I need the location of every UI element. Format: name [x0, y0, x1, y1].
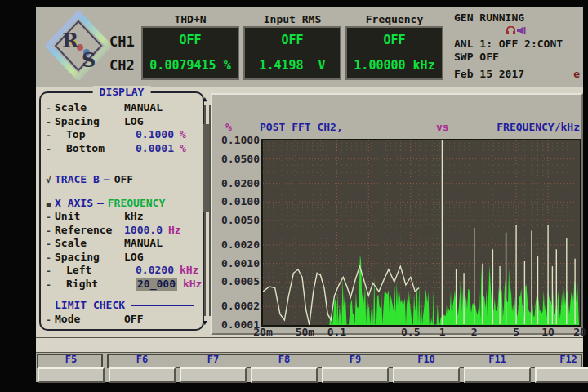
- menu-item-label: Unit: [55, 210, 124, 223]
- menu-item-value[interactable]: LOG: [124, 251, 143, 264]
- check-icon: √: [42, 174, 55, 187]
- softkey-button-3[interactable]: [180, 368, 247, 383]
- header-bar: R S CH1 CH2 THD+N OFF 0.0079415 % Input …: [36, 7, 583, 88]
- menu-item-value[interactable]: MANUAL: [124, 237, 163, 250]
- scrollbar-thumb[interactable]: [203, 124, 209, 212]
- meter-frequency-ch1: OFF: [347, 28, 442, 53]
- menu-item-value[interactable]: 0.0200: [136, 264, 174, 277]
- meter-label-thdn: THD+N: [141, 13, 239, 25]
- x-tick-label: 20m: [245, 327, 281, 338]
- softkey-button-1[interactable]: [38, 368, 105, 383]
- dash-bullet-icon: -: [42, 238, 55, 251]
- dash-bullet-icon: -: [42, 252, 55, 265]
- x-tick-label: 0.5: [393, 327, 429, 338]
- menu-item-limit-check[interactable]: LIMIT CHECK: [42, 299, 199, 313]
- menu-item-trace-b[interactable]: √TRACE B—OFF: [42, 173, 199, 187]
- menu-item-label: Mode: [55, 313, 124, 326]
- menu-item-spacing[interactable]: -SpacingLOG: [42, 115, 199, 129]
- menu-item-value[interactable]: kHz: [124, 210, 143, 223]
- menu-item-value[interactable]: OFF: [124, 313, 143, 326]
- y-tick-label: 0.0002: [211, 301, 260, 312]
- meter-display-thdn: OFF 0.0079415 %: [141, 26, 239, 80]
- instrument-screen: R S CH1 CH2 THD+N OFF 0.0079415 % Input …: [0, 0, 588, 392]
- headphones-icon: [506, 26, 516, 35]
- menu-item-label: Bottom: [55, 142, 136, 155]
- meter-thdn-ch1: OFF: [143, 28, 238, 53]
- menu-item-value[interactable]: 1000.0: [124, 224, 163, 237]
- softkey-button-8[interactable]: [535, 368, 588, 383]
- menu-item-label: TRACE B: [55, 173, 100, 186]
- fkey-label-f10: F10: [408, 354, 444, 365]
- menu-item-label: Left: [55, 264, 136, 277]
- menu-item-unit: kHz: [183, 278, 202, 291]
- scroll-up-icon[interactable]: ▲: [203, 95, 207, 103]
- menu-item-unit[interactable]: -UnitkHz: [42, 210, 199, 224]
- menu-dash: —: [100, 173, 114, 186]
- anl-status: ANL 1: OFF 2:CONT: [454, 38, 581, 51]
- meter-label-inputrms: Input RMS: [243, 13, 341, 25]
- x-tick-label: 2: [457, 327, 492, 338]
- menu-item-label: Reference: [55, 224, 124, 237]
- softkey-button-7[interactable]: [464, 368, 531, 383]
- chart-title: POST FFT CH2,: [260, 121, 343, 133]
- menu-item-value[interactable]: OFF: [114, 173, 133, 186]
- menu-item-reference[interactable]: -Reference1000.0Hz: [42, 224, 199, 238]
- y-tick-label: 0.0010: [211, 258, 260, 270]
- svg-text:S: S: [82, 48, 96, 72]
- menu-item-label: X AXIS: [55, 197, 93, 210]
- dash-bullet-icon: -: [42, 211, 55, 224]
- menu-item-value[interactable]: MANUAL: [124, 101, 163, 114]
- softkey-button-5[interactable]: [322, 368, 389, 383]
- display-menu-panel: DISPLAY -ScaleMANUAL-SpacingLOG-Top0.100…: [39, 91, 204, 331]
- menu-item-unit: %: [180, 142, 186, 155]
- menu-item-label: Top: [55, 128, 136, 141]
- menu-item-left[interactable]: -Left0.0200kHz: [42, 264, 199, 278]
- y-tick-label: 0.0020: [211, 239, 260, 251]
- ear-icon: e: [573, 68, 580, 81]
- menu-item-top[interactable]: -Top0.1000%: [42, 128, 199, 142]
- menu-item-label: Scale: [55, 101, 124, 114]
- menu-spacer: [42, 187, 199, 197]
- menu-item-bottom[interactable]: -Bottom0.0001%: [42, 142, 199, 156]
- menu-item-x-axis[interactable]: ■X AXIS—FREQUENCY: [42, 197, 199, 211]
- softkey-button-6[interactable]: [393, 368, 460, 383]
- y-tick-label: 0.0200: [211, 178, 260, 189]
- menu-item-unit: kHz: [180, 264, 198, 277]
- menu-item-mode[interactable]: -ModeOFF: [42, 313, 199, 327]
- menu-item-value[interactable]: LOG: [124, 115, 143, 128]
- fkey-label-f7: F7: [195, 354, 231, 365]
- menu-item-scale[interactable]: -ScaleMANUAL: [42, 237, 199, 251]
- menu-dash: —: [93, 197, 108, 210]
- y-tick-label: 0.0005: [211, 276, 260, 287]
- fkey-label-f11: F11: [479, 354, 515, 365]
- menu-item-value[interactable]: 0.0001: [136, 142, 174, 155]
- menu-item-label: LIMIT CHECK: [55, 299, 125, 312]
- menu-item-value[interactable]: FREQUENCY: [108, 197, 165, 210]
- softkey-button-2[interactable]: [109, 368, 176, 383]
- dash-bullet-icon: -: [42, 102, 55, 115]
- menu-item-label: Right: [55, 278, 136, 291]
- menu-item-label: Scale: [55, 237, 124, 250]
- menu-item-spacing[interactable]: -SpacingLOG: [42, 251, 199, 265]
- dash-bullet-icon: -: [42, 314, 55, 327]
- menu-item-label: Spacing: [55, 115, 124, 128]
- menu-item-scale[interactable]: -ScaleMANUAL: [42, 101, 199, 115]
- spectrum-plot: [261, 139, 581, 327]
- softkey-button-4[interactable]: [251, 368, 318, 383]
- dash-bullet-icon: -: [42, 278, 55, 292]
- dash-bullet-icon: -: [42, 143, 55, 156]
- menu-scrollbar[interactable]: ▲ ▼: [202, 95, 211, 327]
- meter-display-inputrms: OFF 1.4198 V: [243, 26, 341, 80]
- meter-frequency-ch2: 1.00000 kHz: [347, 53, 442, 78]
- menu-item-right[interactable]: -Right20_000kHz: [42, 278, 199, 292]
- menu-item-value[interactable]: 0.1000: [136, 128, 174, 141]
- fkey-label-f5: F5: [53, 354, 89, 365]
- fkey-label-f12: F12: [550, 354, 586, 365]
- svg-text:R: R: [62, 29, 79, 52]
- meter-display-frequency: OFF 1.00000 kHz: [345, 26, 443, 80]
- menu-item-unit: %: [180, 128, 186, 141]
- meter-label-frequency: Frequency: [345, 13, 443, 25]
- fkey-label-f9: F9: [337, 354, 373, 365]
- scroll-down-icon[interactable]: ▼: [203, 318, 207, 327]
- menu-item-value-editing[interactable]: 20_000: [136, 278, 177, 291]
